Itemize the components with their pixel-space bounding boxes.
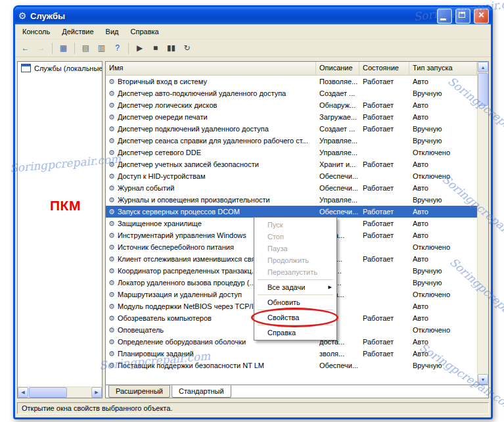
tab-standard[interactable]: Стандартный: [172, 385, 231, 398]
service-name-text: Защищенное хранилище: [118, 220, 202, 227]
gear-icon: ⚙: [108, 125, 115, 133]
restart-service-icon[interactable]: ↻: [179, 41, 195, 55]
context-menu-item-3[interactable]: Продолжить: [256, 254, 335, 266]
context-menu-item-1[interactable]: Стоп: [256, 231, 335, 243]
service-status: Работает: [359, 125, 409, 133]
title-bar[interactable]: Службы: [15, 7, 491, 24]
service-status: Работает: [359, 350, 409, 358]
service-startup-type: Авто: [409, 220, 477, 227]
gear-icon: ⚙: [108, 184, 115, 193]
help-icon[interactable]: ?: [110, 41, 125, 55]
gear-icon: ⚙: [108, 196, 115, 204]
show-console-tree-icon[interactable]: ▦: [56, 41, 71, 55]
tree-item-services-local[interactable]: Службы (локальные): [18, 62, 102, 74]
close-button[interactable]: [474, 9, 489, 24]
service-row[interactable]: ⚙Журналы и оповещения производительности…: [106, 194, 477, 206]
vertical-scrollbar-track[interactable]: [478, 106, 488, 374]
properties-icon[interactable]: ▥: [94, 41, 109, 55]
horizontal-scrollbar-thumb[interactable]: [29, 387, 67, 398]
gear-icon: ⚙: [108, 243, 115, 252]
gear-icon: ⚙: [108, 78, 115, 86]
forward-icon[interactable]: →: [34, 41, 49, 55]
service-row[interactable]: ⚙Диспетчер логических дисковОбнаруж...Ра…: [106, 99, 477, 111]
window-title: Службы: [30, 11, 434, 21]
scroll-right-icon[interactable]: [91, 387, 102, 398]
service-startup-type: Вручную: [409, 89, 477, 97]
services-list-pane: ИмяОписаниеСостояниеТип запуска ⚙Вторичн…: [105, 61, 489, 398]
context-menu-item-6[interactable]: Все задачи: [256, 281, 335, 293]
service-row[interactable]: ⚙Диспетчер учетных записей безопасностиХ…: [106, 158, 477, 170]
context-menu-item-0[interactable]: Пуск: [256, 219, 335, 231]
scroll-up-icon[interactable]: [478, 62, 488, 72]
service-name-text: Координатор распределенных транзакц...: [118, 267, 258, 275]
service-row[interactable]: ⚙Поставщик поддержки безопасности NT LMО…: [106, 360, 477, 371]
column-header-1[interactable]: Описание: [316, 62, 359, 75]
service-name-cell: ⚙Журналы и оповещения производительности: [106, 196, 316, 204]
service-row[interactable]: ⚙Журнал событийОбеспечи...РаботаетАвто: [106, 182, 477, 194]
scroll-down-icon[interactable]: [478, 374, 488, 385]
context-menu-item-12[interactable]: Справка: [256, 327, 335, 339]
start-service-icon[interactable]: ▶: [132, 41, 147, 55]
service-name-cell: ⚙Диспетчер подключений удаленного доступ…: [106, 125, 316, 133]
service-description: Хранит и...: [316, 160, 359, 168]
context-menu-item-4[interactable]: Перезапустить: [256, 266, 335, 278]
stop-service-icon[interactable]: ■: [148, 41, 163, 55]
column-header-3[interactable]: Тип запуска: [409, 62, 477, 75]
service-name-text: Диспетчер сетевого DDE: [118, 149, 201, 156]
service-row[interactable]: ⚙Диспетчер очереди печатиЗагружае...Рабо…: [106, 111, 477, 123]
tab-extended[interactable]: Расширенный: [108, 385, 170, 398]
service-description: Управляе...: [316, 137, 359, 145]
horizontal-scrollbar[interactable]: [18, 387, 102, 398]
gear-icon: ⚙: [108, 137, 115, 145]
service-row[interactable]: ⚙Вторичный вход в системуПозволяе...Рабо…: [106, 76, 477, 87]
service-name-text: Источник бесперебойного питания: [118, 243, 234, 251]
service-name-text: Оповещатель: [118, 326, 164, 334]
service-status: Работает: [359, 160, 409, 168]
horizontal-scrollbar-track[interactable]: [68, 387, 91, 398]
scroll-left-icon[interactable]: [18, 387, 28, 398]
service-row[interactable]: ⚙Диспетчер авто-подключений удаленного д…: [106, 87, 477, 99]
service-name-text: Диспетчер очереди печати: [118, 113, 208, 121]
context-menu-item-10[interactable]: Свойства: [256, 312, 335, 323]
service-name-cell: ⚙Диспетчер учетных записей безопасности: [106, 160, 316, 169]
tree-item-label: Службы (локальные): [34, 64, 102, 72]
service-row[interactable]: ⚙Диспетчер сетевого DDEУправляе...Отключ…: [106, 147, 477, 158]
view-tabs: РасширенныйСтандартный: [106, 385, 488, 398]
vertical-scrollbar-thumb[interactable]: [478, 73, 488, 106]
service-row[interactable]: ⚙Запуск серверных процессов DCOMОбеспечи…: [106, 206, 477, 218]
service-startup-type: Авто: [409, 160, 477, 168]
toolbar-separator: [74, 43, 75, 54]
service-name-text: Поставщик поддержки безопасности NT LM: [118, 362, 264, 369]
pause-service-icon[interactable]: ▮▮: [164, 41, 179, 55]
gear-icon: ⚙: [108, 326, 115, 335]
service-row[interactable]: ⚙Планировщик заданийзволя...РаботаетАвто: [106, 348, 477, 360]
context-menu-item-8[interactable]: Обновить: [256, 296, 335, 308]
service-name-cell: ⚙Доступ к HID-устройствам: [106, 172, 316, 181]
list-header: ИмяОписаниеСостояниеТип запуска: [106, 62, 477, 76]
gear-icon: ⚙: [108, 314, 115, 323]
column-header-0[interactable]: Имя: [106, 62, 316, 75]
service-row[interactable]: ⚙Диспетчер сеанса справки для удаленного…: [106, 135, 477, 147]
service-description: зволя...: [316, 350, 359, 358]
service-row[interactable]: ⚙Диспетчер подключений удаленного доступ…: [106, 123, 477, 135]
service-row[interactable]: ⚙Доступ к HID-устройствамОбеспечи...Откл…: [106, 170, 477, 182]
service-name-cell: ⚙Планировщик заданий: [106, 350, 316, 358]
vertical-scrollbar[interactable]: [477, 62, 488, 385]
gear-icon: ⚙: [108, 291, 115, 299]
minimize-button[interactable]: [437, 9, 452, 24]
column-header-2[interactable]: Состояние: [359, 62, 409, 75]
gear-icon: ⚙: [108, 302, 115, 311]
export-list-icon[interactable]: ▤: [78, 41, 93, 55]
maximize-button[interactable]: [455, 9, 470, 24]
menu-item-1[interactable]: Действие: [56, 25, 99, 38]
menu-item-3[interactable]: Справка: [125, 25, 165, 38]
service-status: Работает: [359, 184, 409, 192]
menu-item-2[interactable]: Вид: [100, 25, 125, 38]
menu-item-0[interactable]: Консоль: [16, 25, 56, 38]
service-startup-type: Вручную: [409, 137, 477, 145]
service-description: Создает ...: [316, 89, 359, 97]
context-menu-item-2[interactable]: Пауза: [256, 243, 335, 254]
back-icon[interactable]: ←: [18, 41, 33, 55]
service-startup-type: Авто: [409, 208, 477, 216]
service-status: Работает: [359, 255, 409, 263]
